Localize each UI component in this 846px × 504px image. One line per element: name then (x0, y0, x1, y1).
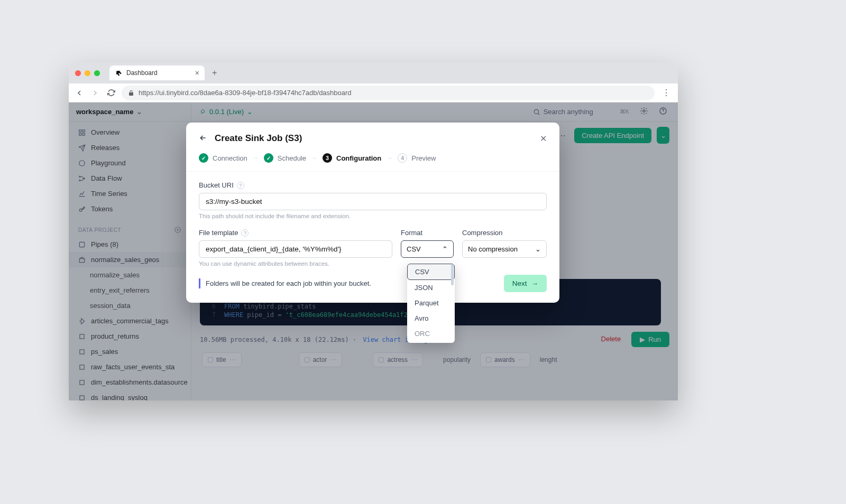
create-sink-modal: Create Sink Job (S3) ✕ ✓Connection → ✓Sc… (186, 123, 559, 303)
modal-back-button[interactable] (199, 134, 207, 144)
format-dropdown: CSV JSON Parquet Avro ORC (407, 262, 455, 343)
dropdown-scrollbar[interactable] (451, 264, 454, 285)
bucket-uri-input[interactable] (199, 193, 547, 210)
minimize-window[interactable] (85, 70, 90, 76)
browser-toolbar: https://ui.tinybird.co/8dae6a-8309-84je-… (69, 83, 678, 102)
arrow-icon: → (387, 155, 392, 161)
url-text: https://ui.tinybird.co/8dae6a-8309-84je-… (139, 89, 352, 97)
bucket-uri-label: Bucket URI? (199, 181, 547, 189)
format-option-orc[interactable]: ORC (407, 326, 455, 341)
address-bar[interactable]: https://ui.tinybird.co/8dae6a-8309-84je-… (122, 86, 655, 100)
tab-title: Dashboard (126, 69, 158, 77)
format-select[interactable]: CSV⌃ (401, 240, 454, 258)
arrow-icon: → (311, 155, 317, 161)
format-label: Format (401, 229, 454, 237)
modal-title: Create Sink Job (S3) (215, 133, 302, 144)
new-tab-button[interactable]: + (208, 66, 221, 80)
step-preview[interactable]: 4Preview (398, 153, 436, 163)
format-option-avro[interactable]: Avro (407, 311, 455, 326)
maximize-window[interactable] (94, 70, 100, 76)
forward-button[interactable] (90, 88, 100, 98)
file-template-input[interactable] (199, 240, 392, 258)
reload-button[interactable] (106, 88, 116, 98)
step-schedule[interactable]: ✓Schedule (264, 153, 306, 163)
compression-label: Compression (462, 229, 547, 237)
file-template-hint: You can use dynamic attributes between b… (199, 260, 392, 267)
format-option-parquet[interactable]: Parquet (407, 295, 455, 311)
compression-select[interactable]: No compression⌄ (462, 240, 547, 258)
info-note: Folders will be created for each job wit… (199, 278, 547, 288)
format-option-csv[interactable]: CSV (407, 264, 455, 280)
close-window[interactable] (75, 70, 81, 76)
tab-close-icon[interactable]: × (195, 69, 199, 77)
arrow-icon: → (253, 155, 259, 161)
help-icon[interactable]: ? (237, 182, 244, 189)
window-controls (75, 70, 100, 76)
next-button[interactable]: Next→ (504, 275, 547, 292)
format-option-json[interactable]: JSON (407, 280, 455, 295)
step-connection[interactable]: ✓Connection (199, 153, 247, 163)
chevron-down-icon: ⌄ (535, 245, 541, 253)
step-configuration[interactable]: 3Configuration (323, 153, 381, 163)
browser-chrome: Dashboard × + (69, 62, 678, 83)
tab-favicon (115, 69, 122, 77)
arrow-right-icon: → (531, 279, 539, 287)
wizard-steps: ✓Connection → ✓Schedule → 3Configuration… (186, 146, 559, 172)
help-icon[interactable]: ? (241, 229, 249, 237)
back-button[interactable] (74, 88, 85, 98)
modal-close-button[interactable]: ✕ (540, 134, 547, 144)
browser-tab[interactable]: Dashboard × (109, 66, 205, 80)
bucket-uri-hint: This path should not include the filenam… (199, 213, 547, 219)
chevron-up-icon: ⌃ (442, 245, 448, 253)
browser-menu[interactable]: ⋮ (660, 88, 673, 98)
lock-icon (128, 90, 134, 96)
file-template-label: File template? (199, 229, 392, 237)
